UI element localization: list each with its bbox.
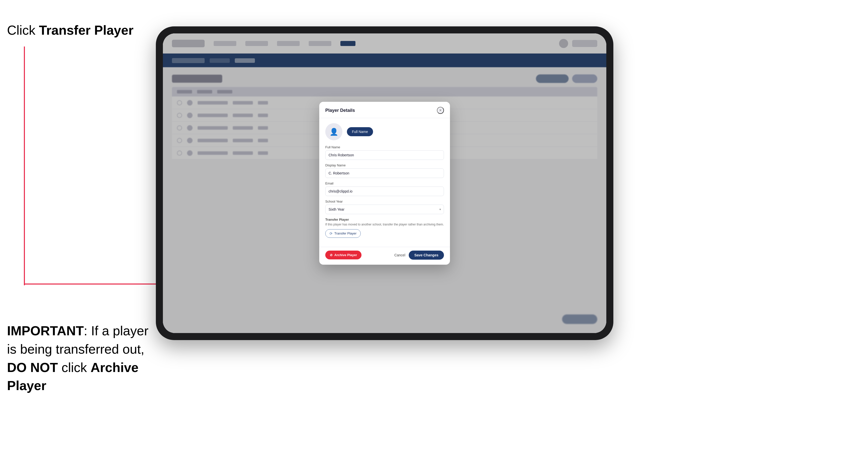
email-input[interactable] [325,187,444,196]
full-name-group: Full Name [325,145,444,160]
modal-footer: ⊘ Archive Player Cancel Save Changes [319,247,450,264]
instruction-prefix: Click [7,23,39,37]
display-name-label: Display Name [325,163,444,167]
cancel-button[interactable]: Cancel [395,253,405,257]
transfer-icon: ⟳ [330,231,333,236]
instruction-bold: Transfer Player [39,23,133,37]
tablet-device: Player Details × 👤 Full Name [156,26,613,340]
player-details-modal: Player Details × 👤 Full Name [319,102,450,264]
transfer-player-button[interactable]: ⟳ Transfer Player [325,229,361,238]
school-year-select[interactable]: First Year Second Year Third Year Fourth… [325,205,444,214]
save-changes-button[interactable]: Save Changes [409,251,444,260]
transfer-section-description: If this player has moved to another scho… [325,222,444,227]
instruction-top: Click Transfer Player [7,23,133,38]
important-label: IMPORTANT [7,323,84,338]
instruction-click: click [58,360,91,375]
arrow-vertical [24,46,25,285]
display-name-group: Display Name [325,163,444,178]
transfer-player-section: Transfer Player If this player has moved… [325,218,444,238]
transfer-btn-label: Transfer Player [334,231,356,235]
archive-label: Archive Player [334,253,357,257]
upload-photo-button[interactable]: Full Name [347,127,373,136]
archive-icon: ⊘ [330,253,333,257]
school-year-label: School Year [325,199,444,203]
school-year-wrapper: First Year Second Year Third Year Fourth… [325,205,444,214]
footer-right-buttons: Cancel Save Changes [395,251,444,260]
modal-title: Player Details [325,108,355,113]
school-year-group: School Year First Year Second Year Third… [325,199,444,214]
instruction-bottom: IMPORTANT: If a player is being transfer… [7,322,153,395]
modal-body: 👤 Full Name Full Name Display Name [319,118,450,247]
modal-overlay: Player Details × 👤 Full Name [163,33,606,333]
app-background: Player Details × 👤 Full Name [163,33,606,333]
archive-player-button[interactable]: ⊘ Archive Player [325,251,362,259]
full-name-input[interactable] [325,150,444,160]
modal-close-button[interactable]: × [437,107,444,114]
avatar-row: 👤 Full Name [325,123,444,140]
avatar-icon: 👤 [330,128,338,136]
do-not-label: DO NOT [7,360,58,375]
tablet-screen: Player Details × 👤 Full Name [163,33,606,333]
transfer-section-label: Transfer Player [325,218,444,221]
display-name-input[interactable] [325,168,444,178]
modal-header: Player Details × [319,102,450,118]
avatar-circle: 👤 [325,123,342,140]
email-label: Email [325,182,444,185]
email-group: Email [325,182,444,196]
full-name-label: Full Name [325,145,444,149]
